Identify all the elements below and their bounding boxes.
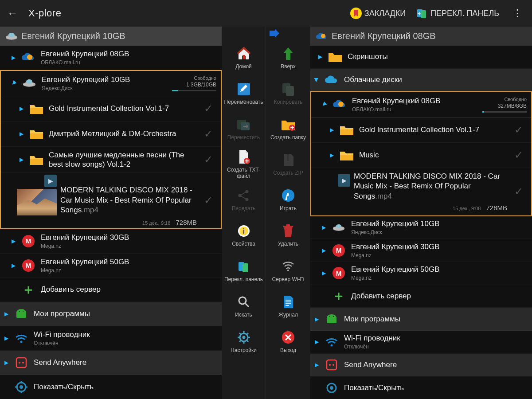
- android-icon: [323, 310, 340, 328]
- left-account-50[interactable]: ▶ M Евгений Крупецкий 50GBMega.nz: [0, 254, 222, 278]
- panel-direction-icon: [269, 29, 279, 38]
- switch-panel-button-center[interactable]: Перекл. панель: [222, 253, 266, 288]
- check-icon[interactable]: ✓: [200, 126, 216, 142]
- mega-icon: M: [330, 242, 348, 259]
- svg-point-31: [245, 198, 248, 201]
- overflow-menu-icon[interactable]: ⋮: [510, 8, 525, 19]
- home-button[interactable]: Домой: [222, 40, 266, 75]
- add-server-button[interactable]: ＋ Добавить сервер: [310, 285, 532, 308]
- check-icon[interactable]: ✓: [200, 101, 216, 117]
- search-button[interactable]: Искать: [222, 288, 266, 324]
- gear-icon: [323, 379, 340, 397]
- folder-icon: [27, 100, 45, 117]
- svg-point-69: [333, 316, 334, 317]
- send-anywhere-row[interactable]: ▶ Send Anywhere: [310, 354, 532, 377]
- left-account-08[interactable]: ▶ Евгений Крупецкий 08GB ОБЛАКО.mail.ru: [0, 46, 222, 70]
- file-row[interactable]: ▶ MODERN TALKING DISCO MIX 2018 - Car Mu…: [311, 168, 531, 215]
- expand-icon: ▶: [19, 106, 24, 112]
- share-button[interactable]: Передать: [222, 182, 266, 217]
- expand-icon: ▶: [4, 311, 9, 317]
- settings-button[interactable]: Настройки: [222, 324, 266, 359]
- up-arrow-icon: [280, 46, 296, 62]
- log-button[interactable]: Журнал: [266, 288, 310, 324]
- show-hide-row[interactable]: Показать/Скрыть: [310, 376, 532, 399]
- send-anywhere-icon: [323, 356, 340, 374]
- bookmarks-button[interactable]: ЗАКЛАДКИ: [350, 8, 406, 19]
- wifi-row[interactable]: ▶ Wi-Fi проводникОтключён: [0, 326, 222, 351]
- file-row[interactable]: ▶ MODERN TALKING DISCO MIX 2018 - Car Mu…: [1, 173, 221, 228]
- left-path-header[interactable]: Евгений Крупецкий 10GB: [0, 27, 222, 46]
- cloud-disks-row[interactable]: ▶ Облачные диски: [310, 69, 532, 92]
- wifi-icon: [12, 329, 30, 347]
- check-icon[interactable]: ✓: [511, 184, 527, 200]
- switch-panel-button[interactable]: ПЕРЕКЛ. ПАНЕЛЬ: [416, 8, 499, 19]
- svg-point-19: [20, 385, 23, 389]
- check-icon[interactable]: ✓: [511, 122, 527, 138]
- mega-icon: M: [330, 264, 348, 282]
- expand-icon: ▶: [321, 270, 326, 276]
- back-icon[interactable]: ←: [7, 7, 18, 20]
- app-title: X-plore: [28, 8, 61, 19]
- folder-row[interactable]: ▶ Gold Instrumental Collection Vol.1-7 ✓: [1, 96, 221, 121]
- left-active-selection: ▶ Евгений Крупецкий 10GB Яндекс.Диск Сво…: [0, 70, 222, 229]
- expand-icon: ▶: [314, 316, 319, 322]
- add-server-button[interactable]: ＋ Добавить сервер: [0, 278, 222, 302]
- folder-row[interactable]: ▶ Дмитрий Метлицкий & DM-Orchestra ✓: [1, 121, 221, 147]
- svg-rect-36: [243, 263, 248, 272]
- screenshots-folder[interactable]: ▶ Скриншоты: [310, 46, 532, 69]
- right-account-10[interactable]: ▶ Евгений Крупецкий 10GBЯндекс.Диск: [310, 216, 532, 239]
- copy-button[interactable]: Копировать: [266, 75, 310, 111]
- svg-line-38: [245, 303, 249, 307]
- exit-button[interactable]: Выход: [266, 324, 310, 359]
- move-button[interactable]: Переместить: [222, 111, 266, 146]
- play-button[interactable]: Играть: [266, 182, 310, 217]
- left-path-text: Евгений Крупецкий 10GB: [21, 31, 125, 41]
- expand-icon: ▶: [11, 55, 16, 61]
- up-button[interactable]: Вверх: [266, 40, 310, 75]
- svg-rect-71: [327, 360, 336, 370]
- right-path-header[interactable]: Евгений Крупецкий 08GB: [310, 27, 532, 46]
- rename-button[interactable]: Переименовать: [222, 75, 266, 111]
- my-apps-row[interactable]: ▶ Мои программы: [0, 302, 222, 326]
- folder-row[interactable]: ▶ Самые лучшие медленные песни (The best…: [1, 147, 221, 173]
- mailru-cloud-icon: [331, 96, 348, 113]
- right-account-08-open[interactable]: ▶ Евгений Крупецкий 08GB ОБЛАКО.mail.ru …: [311, 92, 531, 117]
- delete-button[interactable]: Удалить: [266, 217, 310, 253]
- left-account-10-open[interactable]: ▶ Евгений Крупецкий 10GB Яндекс.Диск Сво…: [1, 71, 221, 96]
- folder-row[interactable]: ▶ Music ✓: [311, 143, 531, 168]
- svg-point-72: [329, 364, 331, 366]
- wifi-server-button[interactable]: Сервер Wi-Fi: [266, 253, 310, 288]
- app-titlebar: ← X-plore ЗАКЛАДКИ ПЕРЕКЛ. ПАНЕЛЬ ⋮: [0, 0, 532, 27]
- new-txt-button[interactable]: Создать TXT-файл: [222, 146, 266, 182]
- wifi-row[interactable]: ▶ Wi-Fi проводникОтключён: [310, 331, 532, 354]
- show-hide-row[interactable]: Показать/Скрыть: [0, 375, 222, 399]
- ufo-icon: [20, 74, 38, 92]
- left-account-30[interactable]: ▶ M Евгений Крупецкий 30GBMega.nz: [0, 229, 222, 254]
- right-account-50[interactable]: ▶ M Евгений Крупецкий 50GBMega.nz: [310, 262, 532, 285]
- svg-rect-24: [243, 55, 245, 59]
- trash-icon: [280, 223, 296, 239]
- new-folder-icon: [280, 117, 296, 133]
- check-icon[interactable]: ✓: [511, 147, 527, 163]
- wifi-icon: [280, 258, 296, 274]
- folder-row[interactable]: ▶ Gold Instrumental Collection Vol.1-7 ✓: [311, 117, 531, 143]
- svg-line-48: [246, 333, 248, 335]
- move-icon: [236, 117, 252, 133]
- storage-meter: Свободно 1.3GB/10GB: [172, 75, 216, 91]
- my-apps-row[interactable]: ▶ Мои программы: [310, 308, 532, 331]
- svg-rect-9: [16, 312, 26, 318]
- svg-point-14: [20, 341, 23, 343]
- svg-point-68: [329, 316, 330, 317]
- svg-rect-67: [327, 317, 336, 323]
- gear-icon: [12, 378, 30, 396]
- expand-icon: ▶: [19, 156, 24, 163]
- right-account-30[interactable]: ▶ M Евгений Крупецкий 30GBMega.nz: [310, 239, 532, 262]
- check-icon[interactable]: ✓: [200, 152, 216, 168]
- expand-icon: ▶: [317, 54, 323, 60]
- send-anywhere-row[interactable]: ▶ Send Anywhere: [0, 351, 222, 375]
- properties-button[interactable]: iСвойства: [222, 217, 266, 253]
- check-icon[interactable]: ✓: [200, 192, 216, 208]
- svg-point-66: [336, 224, 341, 228]
- create-zip-button[interactable]: Создать ZIP: [266, 146, 310, 182]
- new-folder-button[interactable]: Создать папку: [266, 111, 310, 146]
